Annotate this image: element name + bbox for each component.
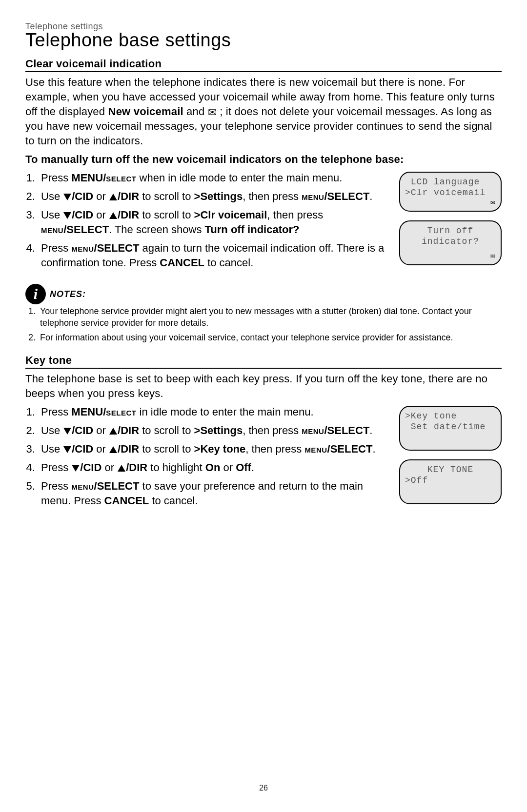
text-bold: >Settings [194, 424, 243, 436]
text-smallcaps: menu [302, 190, 324, 202]
text: Use [41, 190, 63, 202]
text: or [93, 424, 109, 436]
text: Press [41, 461, 71, 474]
text-bold: /SELECT [94, 480, 140, 492]
lcd-line: >Off [405, 475, 496, 486]
text: . [372, 443, 375, 455]
text-bold: Off [236, 461, 251, 474]
step: Use /CID or /DIR to scroll to >Clr voice… [38, 208, 391, 237]
lcd-line: KEY TONE [405, 464, 496, 475]
voicemail-icon: ✉ [490, 251, 496, 261]
steps-list: Press MENU/select in idle mode to enter … [25, 405, 391, 508]
notes-label: NOTES: [50, 289, 86, 299]
text: , then press [243, 424, 302, 436]
body-text: The telephone base is set to beep with e… [25, 372, 502, 401]
step: Press MENU/select when in idle mode to e… [38, 171, 391, 185]
manual-page: Telephone settings Telephone base settin… [0, 0, 527, 512]
text-bold: >Clr voicemail [194, 209, 267, 221]
lcd-screen: KEY TONE >Off [399, 459, 502, 504]
text: when in idle mode to enter the main menu… [136, 172, 342, 184]
text-smallcaps: menu [304, 443, 327, 455]
lcd-line: Turn off [405, 225, 496, 236]
steps-with-displays: Press MENU/select in idle mode to enter … [25, 405, 502, 512]
down-arrow-icon [63, 446, 71, 453]
text: , then press [267, 209, 323, 221]
text: or [101, 461, 117, 474]
text-smallcaps: menu [71, 242, 94, 254]
down-arrow-icon [63, 194, 71, 200]
text: , then press [243, 190, 302, 202]
text-bold: /CID [80, 461, 101, 474]
text: and [183, 105, 208, 118]
text: to cancel. [149, 495, 198, 507]
body-text: Use this feature when the telephone indi… [25, 75, 502, 148]
text-bold: /DIR [118, 424, 139, 436]
text: to cancel. [204, 257, 253, 269]
text-smallcaps: select [106, 406, 136, 418]
text-bold: /DIR [118, 443, 139, 455]
text: Press [41, 406, 71, 418]
text: in idle mode to enter the main menu. [136, 406, 313, 418]
text: to scroll to [139, 209, 194, 221]
procedure-title: To manually turn off the new voicemail i… [25, 152, 502, 167]
up-arrow-icon [109, 446, 117, 453]
lcd-line: LCD language [405, 177, 496, 187]
text: Press [41, 242, 71, 254]
text-bold: /CID [72, 190, 93, 202]
text: to scroll to [139, 190, 194, 202]
text-bold: >Key tone [194, 443, 246, 455]
text: . [369, 190, 372, 202]
note-item: For information about using your voicema… [38, 332, 502, 343]
text: . The screen shows [109, 223, 204, 236]
page-title: Telephone base settings [25, 30, 502, 51]
up-arrow-icon [118, 465, 125, 472]
text-bold: MENU/ [71, 172, 106, 184]
lcd-line: Set date/time [405, 421, 496, 432]
step: Press menu/SELECT to save your preferenc… [38, 479, 391, 508]
lcd-screen: LCD language >Clr voicemail ✉ [399, 172, 502, 212]
up-arrow-icon [109, 428, 117, 435]
text-bold: Turn off indicator? [205, 223, 300, 236]
text-smallcaps: menu [71, 480, 94, 492]
text-bold: CANCEL [104, 495, 149, 507]
notes-header: NOTES: [25, 284, 502, 304]
text-bold: /SELECT [327, 443, 373, 455]
text-bold: /DIR [126, 461, 147, 474]
lcd-screen: >Key tone Set date/time [399, 406, 502, 451]
text: Use [41, 443, 63, 455]
text-bold: New voicemail [108, 105, 183, 118]
text-bold: /CID [72, 209, 93, 221]
text: Press [41, 172, 71, 184]
step: Press /CID or /DIR to highlight On or Of… [38, 460, 391, 475]
down-arrow-icon [63, 212, 71, 219]
section-title-clear-voicemail: Clear voicemail indication [25, 58, 502, 72]
text: Use [41, 209, 63, 221]
text: to scroll to [139, 424, 194, 436]
text-bold: /SELECT [94, 242, 140, 254]
page-number: 26 [0, 784, 527, 792]
lcd-screen: Turn off indicator? ✉ [399, 220, 502, 265]
up-arrow-icon [109, 212, 117, 219]
steps-with-displays: Press MENU/select when in idle mode to e… [25, 171, 502, 274]
text-smallcaps: menu [302, 424, 324, 436]
text-bold: /CID [72, 443, 93, 455]
text-bold: On [205, 461, 221, 474]
info-icon [25, 284, 46, 304]
text: to highlight [147, 461, 205, 474]
lcd-line: indicator? [405, 236, 496, 247]
text-bold: /CID [72, 424, 93, 436]
text-bold: CANCEL [160, 257, 204, 269]
text-bold: /SELECT [324, 190, 369, 202]
text: , then press [245, 443, 304, 455]
text-bold: >Settings [194, 190, 243, 202]
section-title-key-tone: Key tone [25, 354, 502, 369]
text: Use [41, 424, 63, 436]
text-bold: /SELECT [324, 424, 369, 436]
step: Press MENU/select in idle mode to enter … [38, 405, 391, 419]
text: to scroll to [139, 443, 194, 455]
text: or [93, 190, 109, 202]
text: or [93, 209, 109, 221]
down-arrow-icon [63, 428, 71, 435]
text: . [369, 424, 372, 436]
text-bold: /SELECT [63, 223, 109, 236]
